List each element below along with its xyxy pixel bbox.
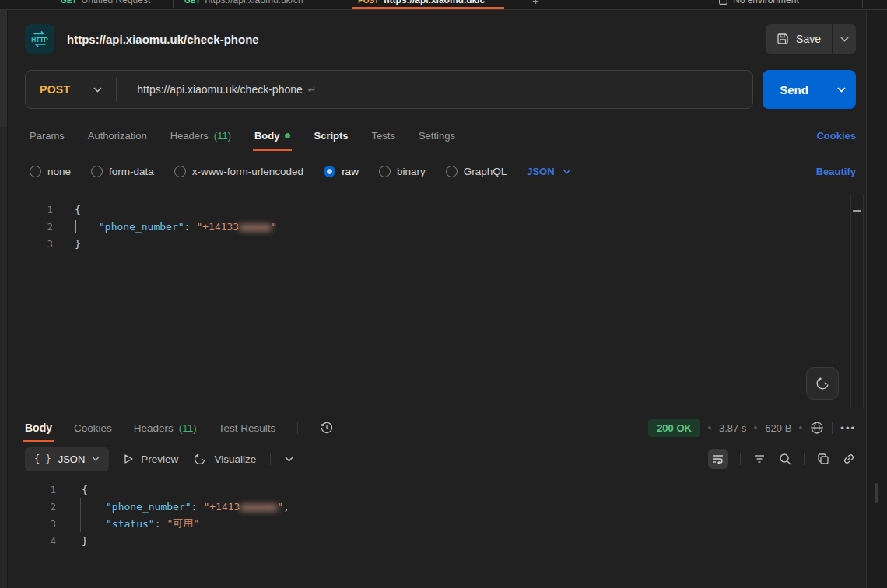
- divider: [297, 422, 298, 434]
- request-tabs: Params Authorization Headers(11) Body Sc…: [30, 120, 856, 151]
- redacted-phone-number: ●●●●●●: [239, 221, 271, 233]
- dot-separator: [708, 426, 711, 429]
- response-time[interactable]: 3.87 s: [719, 422, 746, 434]
- indent-guide: [80, 498, 81, 532]
- divider: [270, 453, 271, 465]
- environment-selector[interactable]: No environment: [718, 0, 799, 9]
- cookies-link[interactable]: Cookies: [816, 130, 856, 142]
- new-tab-button[interactable]: +: [532, 0, 539, 9]
- tab-request-2[interactable]: GET https://api.xiaomu.uk/ch: [184, 0, 303, 9]
- divider: [832, 422, 833, 434]
- tab-label: https://api.xiaomu.uk/c: [384, 0, 485, 5]
- braces-icon: { }: [34, 453, 51, 464]
- response-tab-headers[interactable]: Headers(11): [134, 411, 197, 444]
- request-title: https://api.xiaomu.uk/check-phone: [67, 33, 259, 46]
- code-line-1[interactable]: 1 {: [0, 481, 887, 498]
- visualize-button[interactable]: Visualize: [192, 452, 256, 467]
- response-status-group: 200 OK 3.87 s 620 B •••: [648, 419, 856, 437]
- line-number: 3: [0, 238, 53, 250]
- visualize-options-button[interactable]: [285, 457, 293, 462]
- response-format-selector[interactable]: { } JSON: [25, 447, 109, 471]
- code-line-4[interactable]: 4 }: [0, 532, 887, 549]
- body-type-none[interactable]: none: [30, 166, 71, 177]
- line-number: 3: [0, 518, 56, 530]
- history-clock-icon: [320, 421, 334, 435]
- tab-authorization[interactable]: Authorization: [88, 120, 147, 151]
- network-info-button[interactable]: [810, 421, 824, 435]
- headers-count: (11): [214, 130, 231, 142]
- code-line-3[interactable]: 3 }: [0, 235, 887, 252]
- code-line-1[interactable]: 1 {: [0, 201, 887, 218]
- tab-body[interactable]: Body: [254, 120, 291, 151]
- save-options-button[interactable]: [833, 24, 856, 54]
- code-line-2[interactable]: 2 "phone_number" : "+1413 ●●●●●●● " ,: [0, 498, 887, 515]
- url-divider: [116, 78, 117, 101]
- language-label: JSON: [527, 166, 554, 177]
- body-type-urlencoded[interactable]: x-www-form-urlencoded: [174, 166, 303, 177]
- body-type-graphql[interactable]: GraphQL: [446, 166, 507, 177]
- body-type-row: none form-data x-www-form-urlencoded raw…: [30, 159, 856, 184]
- tab-label: Untitled Request: [82, 0, 151, 5]
- plus-icon: +: [532, 0, 539, 7]
- tab-headers[interactable]: Headers(11): [170, 120, 231, 151]
- response-tab-body[interactable]: Body: [25, 411, 52, 444]
- copy-icon: [816, 452, 830, 466]
- save-button[interactable]: Save: [766, 24, 832, 54]
- save-label: Save: [796, 33, 821, 45]
- line-number: 4: [0, 535, 56, 547]
- radio-icon: [174, 166, 186, 177]
- tab-params[interactable]: Params: [30, 120, 65, 151]
- request-body-editor[interactable]: 1 { 2 "phone_number" : "+14133 ●●●●●● " …: [0, 193, 887, 411]
- code-line-2[interactable]: 2 "phone_number" : "+14133 ●●●●●● ": [0, 218, 887, 235]
- preview-button[interactable]: Preview: [123, 453, 178, 465]
- code-line-3[interactable]: 3 "status" : "可用": [0, 515, 887, 532]
- radio-icon: [379, 166, 391, 177]
- redacted-phone-number: ●●●●●●●: [240, 501, 277, 513]
- active-tab-underline: [352, 7, 504, 9]
- body-type-raw[interactable]: raw: [324, 166, 359, 177]
- tab-settings[interactable]: Settings: [419, 120, 455, 151]
- share-link-button[interactable]: [842, 452, 856, 466]
- status-badge[interactable]: 200 OK: [648, 419, 700, 437]
- filter-button[interactable]: [752, 452, 766, 466]
- editor-scrollbar-thumb[interactable]: [853, 210, 861, 212]
- chevron-down-icon: [92, 457, 100, 461]
- app-window: GET Untitled Request GET https://api.xia…: [0, 0, 887, 588]
- response-tab-cookies[interactable]: Cookies: [74, 411, 112, 444]
- send-button[interactable]: Send: [763, 70, 826, 109]
- beautify-link[interactable]: Beautify: [816, 166, 856, 177]
- response-scrollbar-thumb[interactable]: [875, 483, 878, 503]
- globe-icon: [810, 421, 824, 435]
- language-selector[interactable]: JSON: [527, 166, 570, 177]
- dot-separator: [754, 426, 757, 429]
- visualize-sparkle-icon: [192, 452, 207, 467]
- response-size[interactable]: 620 B: [765, 422, 791, 434]
- response-toolbar: { } JSON Preview Visualize: [25, 446, 856, 472]
- tab-tests[interactable]: Tests: [372, 120, 395, 151]
- search-response-button[interactable]: [778, 452, 792, 466]
- response-history-button[interactable]: [320, 421, 334, 435]
- method-badge-get: GET: [61, 0, 77, 5]
- copy-response-button[interactable]: [816, 452, 830, 466]
- method-selector[interactable]: POST: [26, 83, 116, 96]
- editor-scrollbar-track[interactable]: [850, 194, 864, 409]
- body-type-form-data[interactable]: form-data: [91, 166, 154, 177]
- tab-scripts[interactable]: Scripts: [314, 120, 348, 151]
- search-icon: [778, 452, 792, 466]
- postbot-button[interactable]: [806, 367, 839, 400]
- response-body-viewer[interactable]: 1 { 2 "phone_number" : "+1413 ●●●●●●● " …: [0, 477, 887, 549]
- tab-untitled-request[interactable]: GET Untitled Request: [61, 0, 150, 9]
- line-number: 1: [0, 484, 56, 495]
- svg-text:HTTP: HTTP: [31, 37, 48, 44]
- radio-icon: [446, 166, 458, 177]
- url-input[interactable]: https://api.xiaomu.uk/check-phone: [137, 83, 302, 96]
- link-icon: [842, 452, 856, 466]
- send-options-button[interactable]: [826, 70, 856, 109]
- request-header: HTTP https://api.xiaomu.uk/check-phone S…: [25, 23, 856, 54]
- response-tab-test-results[interactable]: Test Results: [219, 411, 276, 444]
- wrap-text-button[interactable]: [708, 449, 728, 469]
- http-request-icon: HTTP: [25, 24, 54, 54]
- chevron-down-icon: [285, 457, 293, 462]
- body-type-binary[interactable]: binary: [379, 166, 426, 177]
- more-options-button[interactable]: •••: [840, 422, 856, 434]
